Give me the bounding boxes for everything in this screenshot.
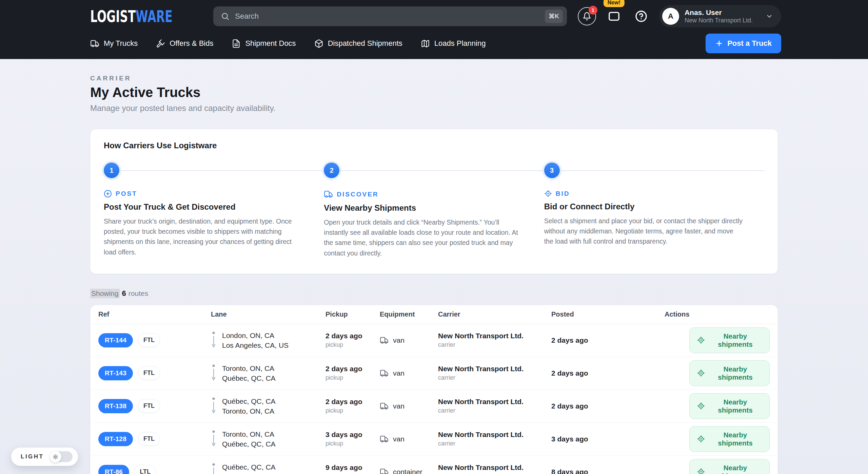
- nearby-shipments-label: Nearby shipments: [709, 464, 762, 474]
- post-a-truck-label: Post a Truck: [727, 39, 772, 48]
- step-heading: Post Your Truck & Get Discovered: [104, 202, 302, 212]
- routes-count: 6: [122, 289, 126, 298]
- whats-new-button[interactable]: New!: [605, 7, 623, 25]
- nearby-shipments-button[interactable]: Nearby shipments: [689, 360, 770, 386]
- table-row[interactable]: RT-128 FTL Toronto, ON, CA Québec, QC, C…: [90, 423, 778, 456]
- step-label: POST: [116, 190, 137, 197]
- posted-time: 3 days ago: [551, 435, 665, 443]
- nav-item-label: Loads Planning: [434, 39, 486, 48]
- notifications-button[interactable]: 1: [578, 7, 596, 25]
- load-type-badge: FTL: [138, 366, 160, 380]
- nav-item-label: Dispatched Shipments: [328, 39, 402, 48]
- nav-item-icon: [156, 39, 165, 48]
- lane-route-icon: [211, 462, 216, 474]
- carrier-sublabel: carrier: [438, 407, 551, 414]
- lane-origin: Québec, QC, CA: [222, 396, 276, 406]
- nearby-shipments-label: Nearby shipments: [709, 431, 762, 447]
- equipment-truck-icon: [380, 369, 389, 378]
- main-nav: My Trucks Offers & Bids Shipment Docs: [90, 39, 486, 48]
- nav-item-icon: [421, 39, 430, 48]
- search-bar[interactable]: ⌘K: [213, 6, 567, 26]
- nav-item[interactable]: My Trucks: [90, 39, 138, 48]
- equipment-type: van: [393, 402, 405, 410]
- nav-item-label: My Trucks: [104, 39, 138, 48]
- post-a-truck-button[interactable]: Post a Truck: [706, 34, 781, 53]
- nav-item-label: Shipment Docs: [245, 39, 296, 48]
- search-input[interactable]: [235, 12, 539, 21]
- load-type-badge: FTL: [138, 432, 160, 446]
- theme-toggle-track[interactable]: [50, 451, 73, 462]
- theme-toggle-label: LIGHT: [21, 453, 44, 460]
- equipment-type: container: [393, 468, 422, 474]
- carrier-name: New North Transport Ltd.: [438, 431, 551, 439]
- column-header: Ref: [98, 310, 211, 318]
- pickup-sublabel: pickup: [326, 341, 380, 348]
- routes-table: Ref Lane Pickup Equipment Carrier Posted…: [90, 305, 778, 474]
- table-row[interactable]: RT-138 FTL Québec, QC, CA Toronto, ON, C…: [90, 390, 778, 423]
- lane-route-icon: [211, 429, 216, 449]
- nav-item[interactable]: Loads Planning: [421, 39, 486, 48]
- nearby-shipments-button[interactable]: Nearby shipments: [689, 393, 770, 419]
- app-header: LOGISTWARE ⌘K 1 New! A: [0, 0, 868, 59]
- table-row[interactable]: RT-144 FTL London, ON, CA Los Angeles, C…: [90, 324, 778, 357]
- ref-badge: RT-144: [98, 333, 133, 347]
- logo-part2: WARE: [136, 6, 173, 26]
- nearby-shipments-button[interactable]: Nearby shipments: [689, 459, 770, 474]
- pickup-time: 3 days ago: [326, 431, 380, 439]
- pickup-time: 2 days ago: [326, 332, 380, 340]
- column-header: Lane: [211, 310, 326, 318]
- step-column: BID Bid or Connect Directly Select a shi…: [544, 190, 764, 258]
- table-row[interactable]: RT-143 FTL Toronto, ON, CA Québec, QC, C…: [90, 357, 778, 390]
- page-eyebrow: CARRIER: [90, 75, 778, 82]
- posted-time: 2 days ago: [551, 336, 665, 344]
- lane-route-icon: [211, 396, 216, 416]
- notification-count-badge: 1: [589, 6, 597, 15]
- locate-icon: [697, 468, 705, 474]
- step-column: DISCOVER View Nearby Shipments Open your…: [324, 190, 544, 258]
- step-label: BID: [556, 190, 570, 197]
- nav-item[interactable]: Shipment Docs: [232, 39, 296, 48]
- table-header-row: Ref Lane Pickup Equipment Carrier Posted…: [90, 305, 778, 324]
- step-column: POST Post Your Truck & Get Discovered Sh…: [104, 190, 324, 258]
- pickup-sublabel: pickup: [326, 407, 380, 414]
- carrier-sublabel: carrier: [438, 440, 551, 447]
- chevron-down-icon: [766, 13, 773, 20]
- nav-item[interactable]: Dispatched Shipments: [314, 39, 402, 48]
- help-button[interactable]: [632, 7, 650, 25]
- table-body: RT-144 FTL London, ON, CA Los Angeles, C…: [90, 324, 778, 474]
- equipment-truck-icon: [380, 468, 389, 474]
- theme-toggle-knob: [50, 451, 61, 462]
- column-header: Equipment: [380, 310, 438, 318]
- load-type-badge: LTL: [134, 465, 156, 474]
- logo[interactable]: LOGISTWARE: [90, 6, 173, 26]
- lane-route-icon: [211, 330, 216, 350]
- column-header: Carrier: [438, 310, 551, 318]
- nearby-shipments-label: Nearby shipments: [709, 398, 762, 414]
- lane-origin: Toronto, ON, CA: [222, 363, 276, 373]
- user-menu[interactable]: A Anas. User New North Transport Ltd.: [659, 5, 781, 27]
- pickup-time: 2 days ago: [326, 365, 380, 373]
- ref-badge: RT-138: [98, 399, 133, 413]
- carrier-sublabel: carrier: [438, 341, 551, 348]
- step-description: Share your truck’s origin, destination, …: [104, 216, 302, 257]
- nearby-shipments-button[interactable]: Nearby shipments: [689, 327, 770, 353]
- nav-item-icon: [90, 39, 99, 48]
- lane-origin: Québec, QC, CA: [222, 462, 276, 472]
- nav-item[interactable]: Offers & Bids: [156, 39, 213, 48]
- how-card-title: How Carriers Use Logistware: [104, 141, 764, 150]
- carrier-name: New North Transport Ltd.: [438, 365, 551, 373]
- equipment-truck-icon: [380, 336, 389, 345]
- locate-icon: [697, 435, 705, 443]
- column-header: Actions: [665, 310, 770, 318]
- locate-icon: [697, 402, 705, 410]
- page-title: My Active Trucks: [90, 85, 778, 100]
- nav-item-icon: [314, 39, 323, 48]
- theme-toggle[interactable]: LIGHT: [11, 448, 78, 466]
- table-row[interactable]: RT-86 LTL Québec, QC, CA London, ON, CA …: [90, 456, 778, 474]
- step-number-badge: 1: [104, 163, 119, 178]
- column-header: Posted: [551, 310, 665, 318]
- steps-rail: 1 2 3: [104, 163, 764, 178]
- step-number-badge: 3: [544, 163, 560, 178]
- nearby-shipments-button[interactable]: Nearby shipments: [689, 426, 770, 452]
- how-carriers-card: How Carriers Use Logistware 1 2 3 POST: [90, 129, 778, 274]
